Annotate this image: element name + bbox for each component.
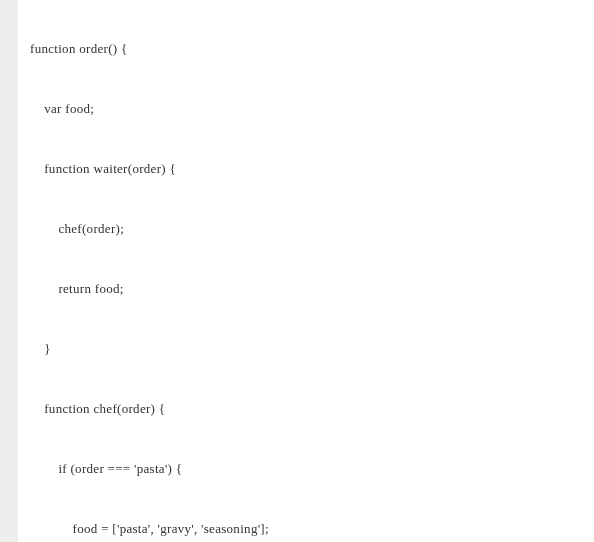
code-line: function chef(order) { [30,394,594,424]
code-line: food = ['pasta', 'gravy', 'seasoning']; [30,514,594,542]
code-line: if (order === 'pasta') { [30,454,594,484]
code-line: function waiter(order) { [30,154,594,184]
code-line: var food; [30,94,594,124]
code-line: chef(order); [30,214,594,244]
code-block: function order() { var food; function wa… [18,0,594,542]
code-line: function order() { [30,34,594,64]
line-number-gutter [0,0,18,542]
code-line: return food; [30,274,594,304]
code-line: } [30,334,594,364]
